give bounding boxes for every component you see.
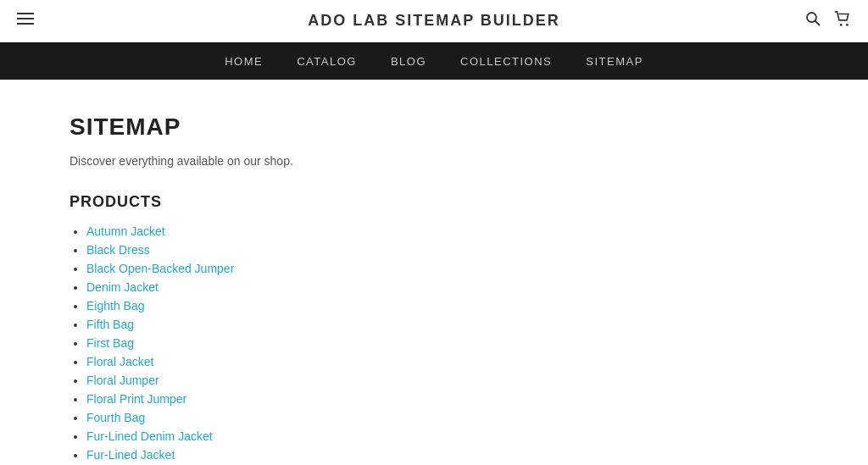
top-header: ADO LAB SITEMAP BUILDER xyxy=(0,0,868,42)
products-list: Autumn JacketBlack DressBlack Open-Backe… xyxy=(70,224,798,465)
page-title: SITEMAP xyxy=(70,113,798,141)
product-link-fifth-bag[interactable]: Fifth Bag xyxy=(86,318,134,331)
list-item: Floral Jacket xyxy=(86,355,798,368)
svg-point-5 xyxy=(840,24,843,26)
search-icon[interactable] xyxy=(805,11,821,30)
list-item: Floral Jumper xyxy=(86,374,798,387)
list-item: Fifth Bag xyxy=(86,318,798,331)
product-link-fur-lined-jacket[interactable]: Fur-Lined Jacket xyxy=(86,448,175,462)
list-item: Black Open-Backed Jumper xyxy=(86,262,798,275)
product-link-floral-print-jumper[interactable]: Floral Print Jumper xyxy=(86,392,186,406)
product-link-eighth-bag[interactable]: Eighth Bag xyxy=(86,299,145,313)
product-link-autumn-jacket[interactable]: Autumn Jacket xyxy=(86,224,165,238)
svg-line-4 xyxy=(815,21,821,26)
products-heading: PRODUCTS xyxy=(70,193,798,211)
nav-item-catalog[interactable]: CATALOG xyxy=(297,52,357,71)
list-item: Fourth Bag xyxy=(86,411,798,424)
list-item: Denim Jacket xyxy=(86,280,798,294)
product-link-floral-jumper[interactable]: Floral Jumper xyxy=(86,374,159,387)
product-link-denim-jacket[interactable]: Denim Jacket xyxy=(86,280,159,294)
product-link-floral-jacket[interactable]: Floral Jacket xyxy=(86,355,153,368)
nav-item-sitemap[interactable]: SITEMAP xyxy=(586,52,643,71)
nav-item-collections[interactable]: COLLECTIONS xyxy=(460,52,552,71)
product-link-first-bag[interactable]: First Bag xyxy=(86,336,134,350)
sitemap-description: Discover everything available on our sho… xyxy=(70,154,798,168)
product-link-black-open-backed-jumper[interactable]: Black Open-Backed Jumper xyxy=(86,262,234,275)
list-item: First Bag xyxy=(86,336,798,350)
header-icons xyxy=(805,10,851,31)
svg-point-3 xyxy=(807,13,816,22)
nav-item-blog[interactable]: BLOG xyxy=(391,52,426,71)
list-item: Fur-Lined Jacket xyxy=(86,448,798,462)
list-item: Black Dress xyxy=(86,243,798,257)
list-item: Autumn Jacket xyxy=(86,224,798,238)
svg-point-6 xyxy=(846,24,849,26)
nav-item-home[interactable]: HOME xyxy=(225,52,263,71)
list-item: Eighth Bag xyxy=(86,299,798,313)
product-link-fourth-bag[interactable]: Fourth Bag xyxy=(86,411,145,424)
product-link-fur-lined-denim-jacket[interactable]: Fur-Lined Denim Jacket xyxy=(86,429,213,443)
list-item: Fur-Lined Denim Jacket xyxy=(86,429,798,443)
main-nav: HOMECATALOGBLOGCOLLECTIONSSITEMAP xyxy=(0,42,868,80)
main-content: SITEMAP Discover everything available on… xyxy=(53,80,815,465)
site-title: ADO LAB SITEMAP BUILDER xyxy=(308,12,560,30)
list-item: Floral Print Jumper xyxy=(86,392,798,406)
product-link-black-dress[interactable]: Black Dress xyxy=(86,243,150,257)
hamburger-icon[interactable] xyxy=(17,12,34,30)
cart-icon[interactable] xyxy=(834,10,851,31)
